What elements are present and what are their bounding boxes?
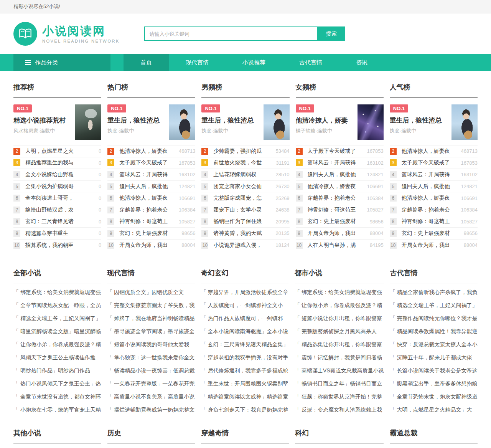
category-book-link[interactable]: 「 明纱热门作品」明纱热门作品 bbox=[13, 364, 101, 377]
category-book-link[interactable]: 「 完整版赘婿侦探之月黑风高杀人 bbox=[295, 325, 384, 338]
category-menu-button[interactable]: 作品分类 bbox=[13, 54, 110, 71]
rank-row[interactable]: 4全文小说嫁给山野糙0 bbox=[13, 169, 101, 180]
category-book-link[interactable]: 「 暗里沉醉畅读全文版」暗里沉醉畅 bbox=[13, 325, 101, 338]
rank-row[interactable]: 2大明，点燃星星之火0 bbox=[13, 145, 101, 157]
nav-item-3[interactable]: 小说推荐 bbox=[226, 54, 282, 71]
rank-row[interactable]: 2他清冷撩人，娇妻夜468713 bbox=[107, 145, 195, 157]
category-book-link[interactable]: 「 墨寻施迹全章节阅读」墨寻施迹全 bbox=[107, 325, 194, 338]
rank-row[interactable]: 2他清冷撩人，娇妻夜468713 bbox=[390, 145, 478, 157]
category-book-link[interactable]: 「 全章节恐怖末世，炮灰女配神级道 bbox=[390, 390, 478, 403]
rank-row[interactable]: 5他清冷撩人，娇妻夜106691 bbox=[296, 180, 384, 192]
rank-row[interactable]: 6完整版穿成团宠，怎25269 bbox=[201, 192, 289, 204]
rank-row[interactable]: 10招募系统，我的朝臣0 bbox=[13, 239, 101, 251]
category-book-link[interactable]: 「 绑定系统：给美女消费就返现变强 bbox=[13, 286, 101, 299]
no1-item[interactable]: NO.1重生后，狼性渣总执念·连载中 bbox=[201, 104, 289, 140]
rank-row[interactable]: 9玄幻：史上最强废材98656 bbox=[390, 227, 478, 239]
category-book-link[interactable]: 「 快穿：反派总裁太宠太撩人全本小 bbox=[390, 338, 478, 351]
category-book-link[interactable]: 「 重生末世：开局囤粮囤火锅卖别墅 bbox=[201, 377, 288, 390]
rank-row[interactable]: 7穿越兽界：抱着老公106384 bbox=[107, 204, 195, 216]
category-book-link[interactable]: 「 长篇小说阅读关于我老公是女帝这 bbox=[390, 364, 478, 377]
category-book-link[interactable]: 「 穿越异界，开局激活收徒系统全章 bbox=[201, 286, 288, 299]
category-book-link[interactable]: 「 反派：变态魔女和人渣系统赖上我 bbox=[295, 403, 384, 416]
category-book-link[interactable]: 「 热门小说凤倾天下之鬼王公主」热 bbox=[13, 377, 101, 390]
category-book-link[interactable]: 「 畅销书目而立之年」畅销书目而立 bbox=[295, 377, 384, 390]
rank-row[interactable]: 3前世放火烧我，今世31191 bbox=[201, 157, 289, 169]
category-book-link[interactable]: 「 高质量小说不良关系」高质量小说 bbox=[107, 390, 194, 403]
category-book-link[interactable]: 「 后代修炼返利，我靠多子多福成蛇 bbox=[201, 364, 288, 377]
rank-row[interactable]: 7团宠下山：玄学小灵24638 bbox=[201, 204, 289, 216]
rank-row[interactable]: 8玄幻：三尺青锋见诸0 bbox=[13, 216, 101, 228]
rank-row[interactable]: 4篮球风云：开局获得163102 bbox=[107, 169, 195, 180]
category-book-link[interactable]: 「 精品阅读杀敌爆属性！我靠异能逆 bbox=[390, 325, 478, 338]
category-book-link[interactable]: 「 高端谋士VS霸道女总裁高质量小说 bbox=[295, 364, 384, 377]
rank-row[interactable]: 9玄幻：史上最强废材98656 bbox=[107, 227, 195, 239]
category-book-link[interactable]: 「 精品选集让你开出租，你咋跟警察 bbox=[295, 338, 384, 351]
category-book-link[interactable]: 「 精选篇章阅读以文成神」精选篇章 bbox=[201, 390, 288, 403]
nav-item-2[interactable]: 现代言情 bbox=[169, 54, 226, 71]
rank-row[interactable]: 9精选篇章穿书重生0 bbox=[13, 227, 101, 239]
rank-row[interactable]: 8神霄剑修：哥这苟王105827 bbox=[390, 216, 478, 228]
category-book-link[interactable]: 「 无弹窗妃不好惹：王爷追妻火葬 bbox=[201, 446, 289, 448]
rank-row[interactable]: 6全本阅读道士哥哥，0 bbox=[13, 192, 101, 204]
category-book-link[interactable]: 「 一朵春花开完整版」一朵春花开完 bbox=[107, 377, 194, 390]
category-book-link[interactable]: 「 腹黑萌宝出手，皇帝爹爹休想抱娘 bbox=[390, 377, 478, 390]
category-book-link[interactable]: 「 精选全文瑞王爷，王妃又闯祸了」 bbox=[13, 312, 101, 325]
rank-row[interactable]: 4上错花轿嫁病弱权28510 bbox=[201, 169, 289, 180]
no1-item[interactable]: NO.1重生后，狼性渣总执念·连载中 bbox=[107, 104, 195, 140]
category-book-link[interactable]: 「 全章节末世没有道德，都市女神环 bbox=[13, 390, 101, 403]
category-book-link[interactable]: 「 完整作品阅读纯元你哪位？我才是 bbox=[390, 312, 478, 325]
category-book-link[interactable]: 「 人族镇魔司，一剑镇邪神全文小 bbox=[201, 299, 288, 312]
rank-row[interactable]: 7穿越兽界：抱着老公106384 bbox=[390, 204, 478, 216]
rank-row[interactable]: 9开局女帝为师，我出88004 bbox=[296, 227, 384, 239]
category-book-link[interactable]: 「 摆烂选辅助竟卷成第一奶妈完整文 bbox=[107, 403, 194, 416]
no1-item[interactable]: NO.1他清冷撩人，娇妻橘子软糖·连载中 bbox=[296, 104, 384, 140]
category-book-link[interactable]: 「 穿越老祖的我双手插兜，没有对手 bbox=[201, 351, 288, 364]
rank-row[interactable]: 5团宠之蒋家小女会仙26730 bbox=[201, 180, 289, 192]
rank-row[interactable]: 10人在大明当皇孙，满84195 bbox=[296, 239, 384, 251]
category-book-link[interactable]: 「 精品全家偷听我心声杀疯了，我负 bbox=[390, 286, 478, 299]
rank-row[interactable]: 8畅销巨作为了保住娘20995 bbox=[201, 216, 289, 228]
category-book-link[interactable]: 「 沉睡五十年，醒来儿子都成大佬 bbox=[390, 351, 478, 364]
category-book-link[interactable]: 「 邪王轻宠，绝世医妃美又飒精品小 bbox=[390, 446, 478, 448]
category-book-link[interactable]: 「 囚锢优质全文」囚锢优质全文 bbox=[107, 286, 194, 299]
category-book-link[interactable]: 「 全章节阅读炮灰女配一睁眼，全员 bbox=[13, 299, 101, 312]
rank-row[interactable]: 10开局女帝为师，我出88004 bbox=[107, 239, 195, 251]
rank-row[interactable]: 8玄幻：史上最强废材98656 bbox=[296, 216, 384, 228]
rank-row[interactable]: 10开局女帝为师，我出88004 bbox=[390, 239, 478, 251]
category-book-link[interactable]: 「 精选全文瑞王爷，王妃又闯祸了」 bbox=[390, 299, 478, 312]
category-book-link[interactable]: 「 小炮灰在七零，燎的军官宠上天精 bbox=[13, 403, 101, 416]
category-book-link[interactable]: 「 让你做小弟，你卷成最强反派？精 bbox=[13, 338, 101, 351]
category-book-link[interactable]: 「 绑定系统：给美女消费就返现变强 bbox=[295, 286, 384, 299]
rank-row[interactable]: 7神霄剑修：哥这苟王105827 bbox=[296, 204, 384, 216]
category-book-link[interactable]: 「 大明，点燃星星之火精品文」大 bbox=[390, 403, 478, 416]
search-input[interactable] bbox=[144, 26, 318, 41]
rank-row[interactable]: 9诸神黄昏，我的天赋20135 bbox=[201, 227, 289, 239]
rank-row[interactable]: 4篮球风云：开局获得163102 bbox=[390, 169, 478, 180]
nav-item-5[interactable]: 资讯 bbox=[339, 54, 384, 71]
no1-item[interactable]: NO.1精选小说推荐荒村风水格局家·连载中 bbox=[13, 104, 101, 140]
rank-row[interactable]: 3篮球风云：开局获得163102 bbox=[296, 157, 384, 169]
rank-row[interactable]: 4追回夫人后，疯批他124821 bbox=[296, 169, 384, 180]
rank-row[interactable]: 6他清冷撩人，娇妻夜106691 bbox=[390, 192, 478, 204]
category-book-link[interactable]: 「 摊牌了，我在地府当神明畅读精品 bbox=[107, 312, 194, 325]
category-book-link[interactable]: 「 畅读精品小说一夜惊喜：低调总裁 bbox=[107, 364, 194, 377]
category-book-link[interactable]: 「 大唐极品驸马爷全集」大唐极品驸 bbox=[107, 446, 195, 448]
rank-row[interactable]: 6他清冷撩人，娇妻夜106691 bbox=[107, 192, 195, 204]
category-book-link[interactable]: 「 让你做小弟，你卷成最强反派？精 bbox=[295, 299, 384, 312]
rank-row[interactable]: 5全集小说为护病弱哥0 bbox=[13, 180, 101, 192]
category-book-link[interactable]: 「 狂飙：称霸世界从京海开始！完整 bbox=[295, 390, 384, 403]
search-button[interactable]: 搜索 bbox=[318, 26, 345, 41]
category-book-link[interactable]: 「 身负七剑走天下：我真是奶妈完整 bbox=[201, 403, 288, 416]
category-book-link[interactable]: 「 全本小说阅读南海驱魔」全本小说 bbox=[201, 325, 288, 338]
rank-row[interactable]: 5追回夫人后，疯批他124821 bbox=[107, 180, 195, 192]
category-book-link[interactable]: 「 凤倾天下之鬼王公主畅读佳作推 bbox=[13, 351, 101, 364]
rank-row[interactable]: 2太子殿下今天破戒了167853 bbox=[296, 145, 384, 157]
nav-item-4[interactable]: 古代言情 bbox=[282, 54, 339, 71]
no1-item[interactable]: NO.1重生后，狼性渣总执念·连载中 bbox=[390, 104, 478, 140]
category-book-link[interactable]: 「 短篇小说让你开出租，你咋跟警察 bbox=[295, 312, 384, 325]
category-book-link[interactable]: 「 掌心独宠：这一世换我来爱你全文 bbox=[107, 351, 194, 364]
rank-row[interactable]: 7嫁给山野糙汉后，农0 bbox=[13, 204, 101, 216]
rank-row[interactable]: 3精品推荐重生的我与0 bbox=[13, 157, 101, 169]
category-book-link[interactable]: 「 玄幻：三尺青锋见诸天精品全集」 bbox=[201, 338, 288, 351]
category-book-link[interactable]: 「 热门作品人族镇魔司，一剑镇邪 bbox=[201, 312, 288, 325]
